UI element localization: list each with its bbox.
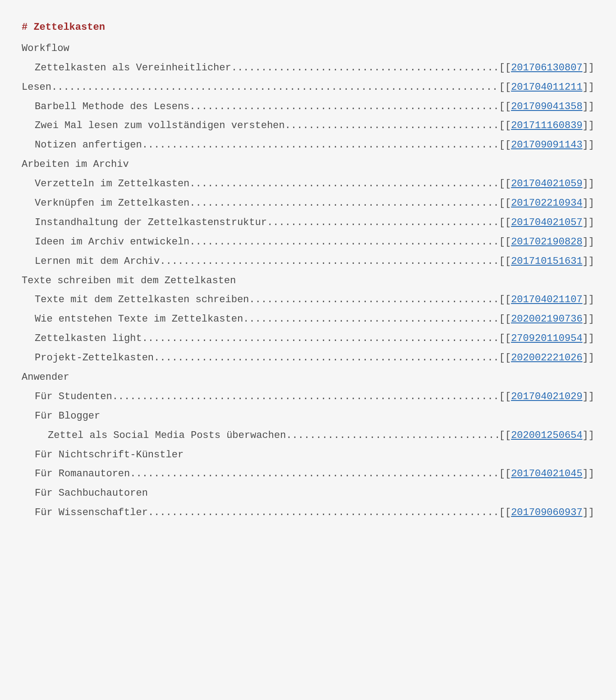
outline-label: Verknüpfen im Zettelkasten	[35, 194, 189, 213]
bracket-open: [[	[499, 391, 511, 402]
bracket-close: ]]	[583, 101, 594, 112]
outline-row: Projekt-Zettelkasten[[202002221026]]	[22, 349, 594, 368]
wikilink-id[interactable]: 201704021029	[511, 391, 582, 402]
outline-row: Anwender	[22, 368, 594, 387]
wikilink-id[interactable]: 201709060937	[511, 507, 582, 518]
outline-list: WorkflowZettelkasten als Vereinheitliche…	[22, 39, 594, 523]
bracket-open: [[	[499, 217, 511, 228]
wikilink: [[201709060937]]	[499, 503, 594, 523]
wikilink-id[interactable]: 201710151631	[511, 256, 582, 267]
wikilink-id[interactable]: 201711160839	[511, 120, 582, 131]
outline-row: Für Studenten[[201704021029]]	[22, 387, 594, 407]
outline-row: Lernen mit dem Archiv[[201710151631]]	[22, 252, 594, 272]
dot-leader	[189, 233, 499, 252]
outline-label: Workflow	[22, 39, 69, 59]
outline-label: Projekt-Zettelkasten	[35, 349, 154, 368]
wikilink-id[interactable]: 201702190828	[511, 236, 582, 248]
wikilink: [[270920110954]]	[499, 329, 594, 349]
bracket-open: [[	[499, 430, 511, 441]
wikilink: [[201704011211]]	[499, 78, 594, 97]
bracket-open: [[	[499, 82, 511, 93]
bracket-close: ]]	[583, 198, 594, 209]
outline-label: Für Sachbuchautoren	[35, 484, 148, 503]
wikilink: [[201704021029]]	[499, 387, 594, 407]
outline-row: Für Romanautoren[[201704021045]]	[22, 465, 594, 484]
wikilink: [[201704021107]]	[499, 290, 594, 310]
outline-label: Lesen	[22, 78, 51, 97]
bracket-open: [[	[499, 352, 511, 364]
wikilink-id[interactable]: 201704021059	[511, 178, 582, 189]
dot-leader	[51, 78, 499, 97]
bracket-close: ]]	[583, 139, 594, 151]
outline-label: Für Romanautoren	[35, 465, 130, 484]
wikilink-id[interactable]: 202002190736	[511, 313, 582, 325]
bracket-open: [[	[499, 468, 511, 479]
wikilink: [[201711160839]]	[499, 116, 594, 136]
wikilink: [[202002190736]]	[499, 310, 594, 329]
outline-label: Für Nichtschrift-Künstler	[35, 446, 184, 465]
outline-label: Lernen mit dem Archiv	[35, 252, 160, 272]
bracket-close: ]]	[583, 391, 594, 402]
bracket-open: [[	[499, 120, 511, 131]
bracket-close: ]]	[583, 333, 594, 344]
wikilink: [[201704021059]]	[499, 175, 594, 194]
wikilink: [[202001250654]]	[499, 426, 594, 446]
outline-label: Instandhaltung der Zettelkastenstruktur	[35, 213, 267, 233]
bracket-close: ]]	[583, 178, 594, 189]
outline-row: Texte schreiben mit dem Zettelkasten	[22, 272, 594, 291]
wikilink-id[interactable]: 270920110954	[511, 333, 582, 344]
dot-leader	[243, 310, 499, 329]
wikilink-id[interactable]: 202002221026	[511, 352, 582, 364]
dot-leader	[231, 59, 499, 78]
dot-leader	[154, 349, 499, 368]
outline-label: Zettelkasten light	[35, 329, 142, 349]
dot-leader	[142, 329, 499, 349]
outline-label: Arbeiten im Archiv	[22, 155, 129, 175]
bracket-open: [[	[499, 256, 511, 267]
wikilink: [[201704021045]]	[499, 465, 594, 484]
bracket-close: ]]	[583, 294, 594, 305]
outline-label: Barbell Methode des Lesens	[35, 97, 189, 117]
bracket-open: [[	[499, 178, 511, 189]
dot-leader	[267, 213, 499, 233]
bracket-close: ]]	[583, 507, 594, 518]
dot-leader	[130, 465, 499, 484]
outline-row: Instandhaltung der Zettelkastenstruktur[…	[22, 213, 594, 233]
outline-row: Notizen anfertigen[[201709091143]]	[22, 136, 594, 155]
bracket-close: ]]	[583, 236, 594, 248]
outline-row: Lesen[[201704011211]]	[22, 78, 594, 97]
wikilink-id[interactable]: 201704011211	[511, 82, 582, 93]
bracket-close: ]]	[583, 468, 594, 479]
outline-label: Verzetteln im Zettelkasten	[35, 175, 189, 194]
bracket-open: [[	[499, 139, 511, 151]
wikilink: [[201706130807]]	[499, 59, 594, 78]
wikilink-id[interactable]: 201704021107	[511, 294, 582, 305]
outline-row: Texte mit dem Zettelkasten schreiben[[20…	[22, 290, 594, 310]
bracket-open: [[	[499, 313, 511, 325]
wikilink: [[201710151631]]	[499, 252, 594, 272]
bracket-open: [[	[499, 101, 511, 112]
bracket-close: ]]	[583, 62, 594, 74]
dot-leader	[148, 503, 499, 523]
wikilink-id[interactable]: 201706130807	[511, 62, 582, 74]
outline-label: Für Blogger	[35, 407, 100, 426]
wikilink-id[interactable]: 201709091143	[511, 139, 582, 151]
outline-label: Ideen im Archiv entwickeln	[35, 233, 189, 252]
bracket-close: ]]	[583, 352, 594, 364]
wikilink: [[201709041358]]	[499, 97, 594, 117]
wikilink-id[interactable]: 201704021045	[511, 468, 582, 479]
outline-label: Texte mit dem Zettelkasten schreiben	[35, 290, 249, 310]
wikilink: [[201704021057]]	[499, 213, 594, 233]
wikilink-id[interactable]: 201702210934	[511, 198, 582, 209]
dot-leader	[160, 252, 499, 272]
wikilink: [[201702210934]]	[499, 194, 594, 213]
bracket-open: [[	[499, 333, 511, 344]
bracket-close: ]]	[583, 256, 594, 267]
wikilink-id[interactable]: 202001250654	[511, 430, 582, 441]
dot-leader	[285, 116, 499, 136]
bracket-open: [[	[499, 62, 511, 74]
bracket-open: [[	[499, 236, 511, 248]
wikilink-id[interactable]: 201709041358	[511, 101, 582, 112]
bracket-close: ]]	[583, 82, 594, 93]
wikilink-id[interactable]: 201704021057	[511, 217, 582, 228]
